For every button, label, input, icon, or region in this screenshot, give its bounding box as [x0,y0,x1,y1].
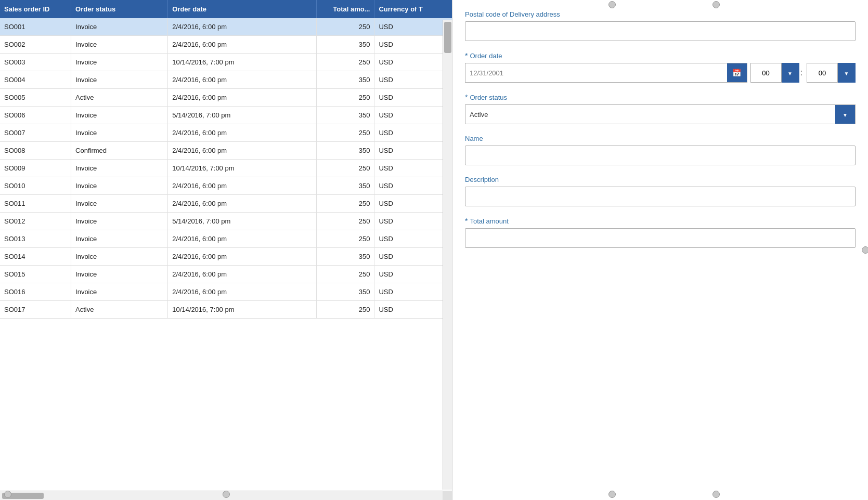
table-row[interactable]: SO009Invoice10/14/2016, 7:00 pm250USD [0,160,452,177]
calendar-icon: 📅 [732,69,741,77]
table-cell-status: Invoice [71,195,168,213]
table-cell-currency: USD [374,124,452,142]
table-cell-status: Invoice [71,283,168,301]
time-minute-wrapper [807,63,856,83]
table-row[interactable]: SO007Invoice2/4/2016, 6:00 pm250USD [0,124,452,142]
table-row[interactable]: SO001Invoice2/4/2016, 6:00 pm250USD [0,18,452,36]
table-cell-currency: USD [374,301,452,319]
table-cell-amount: 350 [316,283,374,301]
postal-code-group: Postal code of Delivery address [465,10,856,41]
table-cell-currency: USD [374,18,452,36]
table-cell-amount: 350 [316,142,374,160]
table-cell-status: Invoice [71,124,168,142]
table-cell-currency: USD [374,160,452,177]
table-cell-id: SO006 [0,107,71,124]
table-row[interactable]: SO002Invoice2/4/2016, 6:00 pm350USD [0,36,452,54]
table-row[interactable]: SO013Invoice2/4/2016, 6:00 pm250USD [0,230,452,248]
description-input[interactable] [465,187,856,206]
table-row[interactable]: SO010Invoice2/4/2016, 6:00 pm350USD [0,177,452,195]
resize-handle-right-middle[interactable] [862,246,868,254]
resize-handle-top-center-2[interactable] [712,1,720,8]
table-row[interactable]: SO004Invoice2/4/2016, 6:00 pm350USD [0,71,452,89]
table-cell-amount: 350 [316,177,374,195]
order-status-group: * Order status Active [465,93,856,124]
resize-handle-top-center-1[interactable] [608,1,616,8]
resize-handle-bottom-left[interactable] [4,491,11,498]
name-group: Name [465,135,856,165]
col-header-currency: Currency of T [374,0,452,18]
sales-order-table: Sales order ID Order status Order date T… [0,0,452,319]
order-date-row: 📅 : [465,63,856,83]
resize-handle-bottom-center-1[interactable] [608,491,616,498]
total-amount-group: * Total amount [465,217,856,248]
name-label: Name [465,135,856,142]
table-cell-date: 2/4/2016, 6:00 pm [168,195,317,213]
hour-input[interactable] [750,63,782,83]
table-cell-currency: USD [374,142,452,160]
order-date-label: * Order date [465,51,856,60]
table-cell-id: SO014 [0,248,71,266]
table-cell-id: SO001 [0,18,71,36]
order-status-required-star: * [465,93,468,101]
table-cell-date: 2/4/2016, 6:00 pm [168,124,317,142]
table-cell-amount: 250 [316,266,374,283]
table-row[interactable]: SO016Invoice2/4/2016, 6:00 pm350USD [0,283,452,301]
col-header-date: Order date [168,0,317,18]
table-cell-status: Confirmed [71,142,168,160]
table-cell-status: Invoice [71,54,168,71]
table-cell-amount: 350 [316,248,374,266]
table-cell-currency: USD [374,71,452,89]
table-wrapper: Sales order ID Order status Order date T… [0,0,452,500]
table-cell-id: SO017 [0,301,71,319]
table-cell-date: 5/14/2016, 7:00 pm [168,213,317,230]
table-cell-id: SO004 [0,71,71,89]
table-row[interactable]: SO012Invoice5/14/2016, 7:00 pm250USD [0,213,452,230]
order-date-text-input[interactable] [465,63,727,82]
table-cell-date: 5/14/2016, 7:00 pm [168,107,317,124]
table-cell-status: Invoice [71,266,168,283]
resize-handle-bottom-center[interactable] [223,491,230,498]
table-row[interactable]: SO015Invoice2/4/2016, 6:00 pm250USD [0,266,452,283]
table-cell-amount: 250 [316,18,374,36]
table-cell-currency: USD [374,89,452,107]
table-cell-amount: 250 [316,230,374,248]
minute-input[interactable] [807,63,838,83]
table-row[interactable]: SO005Active2/4/2016, 6:00 pm250USD [0,89,452,107]
table-header-row: Sales order ID Order status Order date T… [0,0,452,18]
table-cell-amount: 250 [316,195,374,213]
table-row[interactable]: SO008Confirmed2/4/2016, 6:00 pm350USD [0,142,452,160]
minute-dropdown-button[interactable] [838,63,856,83]
horizontal-scrollbar[interactable] [0,491,443,500]
table-cell-currency: USD [374,195,452,213]
table-row[interactable]: SO006Invoice5/14/2016, 7:00 pm350USD [0,107,452,124]
table-cell-amount: 250 [316,89,374,107]
chevron-down-icon-status [843,110,848,119]
table-row[interactable]: SO011Invoice2/4/2016, 6:00 pm250USD [0,195,452,213]
name-input[interactable] [465,146,856,165]
chevron-down-icon-minute [844,69,849,77]
table-row[interactable]: SO017Active10/14/2016, 7:00 pm250USD [0,301,452,319]
resize-handle-bottom-center-2[interactable] [712,491,720,498]
table-row[interactable]: SO003Invoice10/14/2016, 7:00 pm250USD [0,54,452,71]
main-container: Sales order ID Order status Order date T… [0,0,868,500]
vertical-scrollbar[interactable] [443,20,452,490]
table-cell-id: SO007 [0,124,71,142]
order-status-dropdown-button[interactable] [835,105,855,124]
hour-dropdown-button[interactable] [782,63,799,83]
table-cell-status: Invoice [71,177,168,195]
total-amount-input[interactable] [465,228,856,248]
table-cell-status: Invoice [71,213,168,230]
table-cell-date: 10/14/2016, 7:00 pm [168,301,317,319]
table-cell-date: 2/4/2016, 6:00 pm [168,230,317,248]
table-cell-currency: USD [374,213,452,230]
table-cell-date: 2/4/2016, 6:00 pm [168,142,317,160]
table-cell-currency: USD [374,230,452,248]
time-colon: : [800,63,802,83]
calendar-button[interactable]: 📅 [727,63,747,82]
table-cell-currency: USD [374,107,452,124]
table-cell-currency: USD [374,177,452,195]
postal-code-input[interactable] [465,21,856,41]
table-row[interactable]: SO014Invoice2/4/2016, 6:00 pm350USD [0,248,452,266]
table-cell-id: SO008 [0,142,71,160]
table-cell-date: 2/4/2016, 6:00 pm [168,248,317,266]
